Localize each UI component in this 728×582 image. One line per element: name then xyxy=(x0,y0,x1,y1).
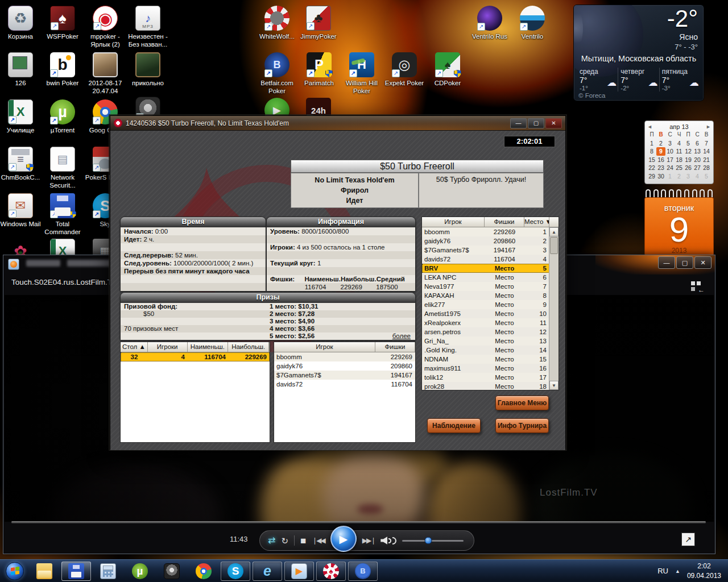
desktop-icon-uchilishe[interactable]: X↗Училище xyxy=(0,99,43,134)
calendar-day[interactable]: 30 xyxy=(656,172,665,181)
desktop-icon-william-hill[interactable]: H↗William Hill Poker xyxy=(340,52,384,95)
calendar-day[interactable]: 19 xyxy=(684,156,693,164)
calendar-day[interactable]: 23 xyxy=(656,164,665,172)
column-header-стол[interactable]: Стол ▲ xyxy=(121,342,148,352)
shuffle-button[interactable]: ⇄ xyxy=(268,536,275,545)
standings-row[interactable]: davids721167044 xyxy=(422,255,559,264)
standings-row[interactable]: .Gold King.Место14 xyxy=(422,346,559,355)
taskbar-button-pokerstars[interactable]: ♠ xyxy=(316,562,346,581)
calendar-day[interactable]: 21 xyxy=(702,156,711,164)
standings-row[interactable]: prok28Место18 xyxy=(422,382,559,391)
desktop-icon-monitor-126[interactable]: 126 xyxy=(0,52,43,87)
standings-row[interactable]: Neva1977Место7 xyxy=(422,282,559,291)
previous-button[interactable]: ❘◀◀ xyxy=(312,537,325,544)
desktop-icon-network[interactable]: ▤Network Securit... xyxy=(40,147,85,190)
scroll-up-icon[interactable]: ▲ xyxy=(549,227,559,236)
calendar-day[interactable]: 4 xyxy=(675,139,684,148)
column-header-игрок[interactable]: Игрок xyxy=(422,217,485,227)
calendar-day[interactable]: 24 xyxy=(665,164,675,172)
standings-row[interactable]: tolik12Место17 xyxy=(422,373,559,382)
calendar-day[interactable]: 8 xyxy=(647,147,656,156)
tourney-info-button[interactable]: Инфо Турнира xyxy=(495,418,549,433)
calendar-day[interactable]: 5 xyxy=(702,172,711,181)
stop-button[interactable]: ■ xyxy=(300,536,306,546)
calendar-day[interactable]: 20 xyxy=(693,156,702,164)
switch-to-library-icon[interactable]: ← xyxy=(690,280,705,293)
standings-row[interactable]: gaidyk762098602 xyxy=(422,236,559,246)
mute-button[interactable] xyxy=(380,537,396,544)
calendar-day[interactable]: 2 xyxy=(675,172,684,181)
standings-row[interactable]: xRealpokerxМесто11 xyxy=(422,318,559,327)
desktop-icon-jimmypoker[interactable]: ♣↗JimmyPoker xyxy=(296,6,341,40)
standings-row[interactable]: maximus911Место16 xyxy=(422,364,559,373)
calendar-day[interactable]: 22 xyxy=(647,164,656,172)
taskbar-button-explorer[interactable] xyxy=(30,562,59,581)
close-button[interactable]: ✕ xyxy=(694,256,712,269)
desktop-icon-wsfpoker[interactable]: ♠↗WSFPoker xyxy=(40,6,85,40)
volume-slider[interactable] xyxy=(402,540,464,542)
desktop-icon-windows-mail[interactable]: ✉↗Windows Mail xyxy=(0,193,43,228)
player-row[interactable]: bboomm229269 xyxy=(274,352,415,361)
taskbar-button-world-of-tanks[interactable] xyxy=(157,562,187,581)
seek-bar[interactable] xyxy=(11,521,706,523)
calendar-day[interactable]: 3 xyxy=(684,172,693,181)
desktop-icon-recycle-bin[interactable]: ♻Корзина xyxy=(0,6,43,40)
calendar-day[interactable]: 16 xyxy=(656,156,665,164)
calendar-day[interactable]: 9 xyxy=(656,147,665,156)
column-header-игрок[interactable]: Игрок xyxy=(274,342,375,352)
standings-row[interactable]: bboomm2292691 xyxy=(422,227,559,236)
calendar-day[interactable]: 12 xyxy=(684,147,693,156)
taskbar-button-total-commander[interactable] xyxy=(61,562,91,581)
table-row[interactable]: 324116704229269 xyxy=(121,352,270,361)
column-header-наибольш[interactable]: Наибольш. xyxy=(228,342,269,352)
desktop-icon-chmbook[interactable]: ≡↗ChmBookC... xyxy=(0,147,43,181)
calendar-month-gadget[interactable]: ◄ апр 13 ► ПВСЧПСВ1234567891011121314151… xyxy=(644,120,714,184)
taskbar-button-internet-explorer[interactable]: e xyxy=(253,562,282,581)
calendar-day[interactable]: 6 xyxy=(693,139,702,148)
desktop-icon-expekt[interactable]: ◎↗Expekt Poker xyxy=(382,52,427,87)
calendar-tearoff-page[interactable]: вторник 9 2013 xyxy=(644,197,714,256)
maximize-button[interactable]: ▢ xyxy=(528,118,544,128)
calendar-day[interactable]: 14 xyxy=(702,147,711,156)
calendar-day[interactable]: 13 xyxy=(693,147,702,156)
column-header-фишки[interactable]: Фишки xyxy=(485,217,524,227)
column-header-наименьш[interactable]: Наименьш. xyxy=(188,342,229,352)
standings-row[interactable]: Gri_Na_Место13 xyxy=(422,336,559,346)
column-header-игроки[interactable]: Игроки xyxy=(148,342,188,352)
calendar-day[interactable]: 2 xyxy=(656,139,665,148)
calendar-day[interactable]: 25 xyxy=(675,164,684,172)
start-button[interactable] xyxy=(6,562,24,580)
fullscreen-icon[interactable]: ↗ xyxy=(681,533,695,546)
more-prizes-link[interactable]: более xyxy=(392,332,411,340)
desktop-icon-parimatch[interactable]: P↗Parimatch xyxy=(297,52,341,87)
scroll-down-icon[interactable]: ▼ xyxy=(549,381,559,390)
standings-row[interactable]: arsen.petrosМесто12 xyxy=(422,327,559,336)
calendar-day[interactable]: 28 xyxy=(702,164,711,172)
poker-titlebar[interactable]: 14240536 $50 Turbo Freeroll, No Limit Te… xyxy=(110,116,565,131)
column-header-фишки[interactable]: Фишки xyxy=(375,342,415,352)
calendar-day[interactable]: 29 xyxy=(647,172,656,181)
desktop-icon-utorrent[interactable]: µ↗µTorrent xyxy=(40,99,85,134)
maximize-button[interactable]: ▢ xyxy=(676,256,693,269)
minimize-button[interactable]: — xyxy=(658,256,675,269)
calendar-day[interactable]: 18 xyxy=(675,156,684,164)
standings-row[interactable]: elik277Место9 xyxy=(422,300,559,309)
desktop-icon-total-commander[interactable]: ↗Total Commander xyxy=(40,193,85,236)
calendar-next-icon[interactable]: ► xyxy=(706,124,711,130)
desktop-icon-mppoker[interactable]: ◉↗mppoker - Ярлык (2) xyxy=(83,6,127,49)
weather-gadget[interactable]: -2° Ясно 7° - -3° Мытищи, Московская обл… xyxy=(573,5,704,101)
standings-row[interactable]: Ametist1975Место10 xyxy=(422,309,559,318)
calendar-prev-icon[interactable]: ◄ xyxy=(647,124,652,130)
desktop-icon-bwin[interactable]: b↗bwin Poker xyxy=(40,52,85,87)
desktop-icon-mp3-file[interactable]: ♪Неизвестен - Без назван... xyxy=(126,6,170,49)
player-row[interactable]: $7Gamanets7$194167 xyxy=(274,371,415,380)
scrollbar-thumb[interactable] xyxy=(550,237,558,254)
column-header-место[interactable]: Место ▼ xyxy=(524,217,549,227)
poker-lobby-window[interactable]: 14240536 $50 Turbo Freeroll, No Limit Te… xyxy=(110,115,566,450)
volume-knob[interactable] xyxy=(424,537,432,544)
calendar-day[interactable]: 26 xyxy=(684,164,693,172)
calendar-day[interactable]: 1 xyxy=(647,139,656,148)
player-row[interactable]: davids72116704 xyxy=(274,380,415,389)
desktop-icon-ventrilo[interactable]: ↗Ventrilo xyxy=(510,6,555,40)
standings-scrollbar[interactable]: ▲ ▼ xyxy=(549,227,559,390)
